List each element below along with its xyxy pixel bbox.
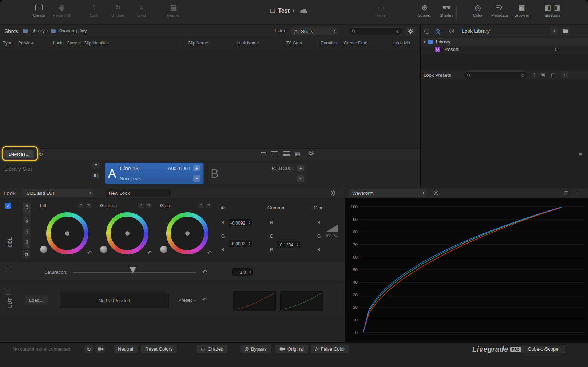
breadcrumb-shooting-day[interactable]: Shooting Day [58, 28, 87, 33]
disclosure-triangle-icon[interactable]: ▾ [424, 40, 425, 44]
tree-row-presets[interactable]: ◎ Presets 0 [421, 46, 588, 53]
reset-colors-button[interactable]: Reset Colors [141, 345, 177, 353]
clear-search-icon[interactable]: ⊗ [396, 29, 400, 34]
view-grid-icon[interactable]: ▦ [295, 151, 300, 156]
gamma-fine-button[interactable]: ⇅ [146, 203, 152, 208]
slot-a-adjust-button[interactable]: ≡ [193, 175, 200, 182]
column-header[interactable]: Clip Identifier [81, 38, 185, 48]
cdl-enable-checkbox[interactable]: ✓ [5, 203, 11, 209]
camera-button[interactable] [95, 345, 105, 353]
stepper-icon[interactable]: ▲▼ [297, 243, 298, 247]
lift-g-field[interactable]: -0.0092 ▲▼ [229, 240, 252, 247]
gain-color-wheel[interactable] [166, 212, 208, 254]
gain-target-button[interactable]: ⊙ [198, 203, 204, 208]
breadcrumb-library[interactable]: Library [30, 28, 45, 33]
gamma-color-wheel[interactable] [106, 212, 148, 254]
scope-settings-gear-icon[interactable] [433, 190, 439, 196]
panel-icon[interactable]: ◫ [551, 72, 555, 78]
slot-b-adjust-button[interactable]: ≡ [297, 175, 304, 182]
gain-master-knob[interactable] [160, 246, 167, 253]
column-header[interactable]: Preview [15, 38, 50, 48]
lift-master-knob[interactable] [40, 246, 47, 253]
scope-type-dropdown[interactable]: Waveform ▲▼ [349, 189, 427, 197]
column-header[interactable]: Look Mo [390, 38, 420, 48]
refresh-devices-icon[interactable]: ↻ [39, 151, 43, 158]
lift-reset-icon[interactable]: ↶ [87, 250, 92, 256]
info-icon[interactable] [424, 29, 429, 34]
gamma-master-knob[interactable] [100, 246, 107, 253]
master-gain-ramp-icon[interactable] [326, 225, 338, 232]
saturation-enable-checkbox[interactable] [5, 267, 11, 272]
slot-b[interactable]: B B001C001 + ≡ [207, 163, 307, 184]
tab-cdl[interactable]: CDL [23, 203, 31, 214]
look-settings-gear-icon[interactable] [330, 190, 336, 196]
tab-lgg[interactable]: LGG [23, 214, 31, 225]
filter-dropdown[interactable]: All Shots ▲▼ [291, 27, 338, 35]
saturation-reset-icon[interactable]: ↶ [202, 269, 207, 275]
column-header[interactable]: Look Name [234, 38, 283, 48]
target-icon[interactable]: ◎ [435, 28, 441, 35]
browser-button[interactable]: ▦ Browser [508, 3, 536, 17]
column-header[interactable]: Clip Name [185, 38, 234, 48]
cube-o-scope-button[interactable]: Cube-o-Scope [521, 345, 565, 353]
view-monitor-icon[interactable] [283, 151, 290, 156]
stepper-icon[interactable]: ▲▼ [249, 270, 251, 274]
duplicate-icon[interactable]: ▣ [541, 72, 545, 78]
saturation-slider-handle[interactable] [130, 267, 136, 273]
column-header[interactable]: TC Start [283, 38, 318, 48]
slot-b-add-button[interactable]: + [297, 165, 304, 171]
pin-slot-button[interactable] [92, 162, 100, 169]
column-header[interactable]: Lock [50, 38, 64, 48]
stepper-icon[interactable]: ▲▼ [249, 221, 250, 225]
tab-prt[interactable]: PRT [23, 238, 31, 249]
gamma-target-button[interactable]: ⊙ [138, 203, 144, 208]
original-button[interactable]: Original [275, 345, 308, 353]
scope-panel-icon[interactable]: ◫ [564, 190, 568, 196]
gamma-r-field[interactable]: 0.1234 ▲▼ [277, 241, 300, 248]
column-header[interactable]: Duration [318, 38, 341, 48]
bypass-button[interactable]: Ø Bypass [240, 345, 271, 353]
column-header[interactable]: Type [0, 38, 15, 48]
tab-spl[interactable]: SPL [23, 226, 31, 237]
viewer-button[interactable]: ▭ Viewer [367, 3, 395, 17]
sidebars-button[interactable]: ◧ ◨ Sidebars [538, 3, 567, 17]
gain-fine-button[interactable]: ⇅ [206, 203, 212, 208]
view-compact-icon[interactable] [261, 152, 266, 155]
add-preset-button[interactable]: + [561, 72, 568, 78]
gamma-reset-icon[interactable]: ↶ [147, 250, 152, 256]
false-color-button[interactable]: F False Color [311, 345, 349, 353]
more-options-icon[interactable]: ⋮ [532, 72, 537, 78]
lift-fine-button[interactable]: ⇅ [86, 203, 92, 208]
stepper-icon[interactable]: ▲▼ [249, 242, 250, 246]
column-header[interactable]: Camera [64, 38, 81, 48]
lift-r-field[interactable]: -0.0092 ▲▼ [229, 219, 252, 226]
gain-reset-icon[interactable]: ↶ [207, 250, 212, 256]
lut-load-button[interactable]: Load... [25, 295, 48, 305]
history-clock-icon[interactable] [449, 28, 454, 34]
devices-button[interactable]: Devices... [4, 150, 34, 158]
scope-menu-icon[interactable]: ≡ [576, 190, 579, 196]
new-group-button[interactable] [560, 27, 570, 35]
look-name-field[interactable]: New Look [106, 189, 170, 197]
tree-row-library[interactable]: ▾ Library [421, 38, 588, 46]
graded-button[interactable]: ⊙ Graded [196, 345, 228, 353]
look-type-dropdown[interactable]: CDL and LUT ▲▼ [23, 189, 93, 197]
slot-a-add-button[interactable]: + [193, 165, 200, 171]
shots-search-input[interactable]: ⊗ [349, 27, 402, 35]
shots-settings-button[interactable] [405, 27, 416, 36]
load-button[interactable]: ⇩ Load [128, 3, 155, 17]
lift-target-button[interactable]: ⊙ [78, 203, 84, 208]
record-all-button[interactable]: ◉ Record All [48, 3, 76, 17]
look-presets-search-input[interactable]: ⊗ [464, 71, 528, 79]
lift-color-wheel[interactable] [46, 212, 88, 254]
saturation-value-field[interactable]: 1.0 ▲▼ [232, 268, 253, 276]
lut-reset-icon[interactable]: ↶ [202, 297, 207, 302]
lut-preset-dropdown[interactable]: Preset ▾ [178, 297, 196, 303]
column-header[interactable]: Create Date [341, 38, 390, 48]
add-look-button[interactable]: + [550, 27, 558, 35]
panel-menu-icon[interactable]: ≡ [579, 151, 582, 157]
cdl-settings-button[interactable] [23, 250, 31, 258]
slot-panel-button[interactable]: ◧ [92, 172, 100, 178]
slot-settings-gear-icon[interactable] [308, 151, 314, 156]
report-button[interactable]: ▤ Report [159, 3, 187, 17]
